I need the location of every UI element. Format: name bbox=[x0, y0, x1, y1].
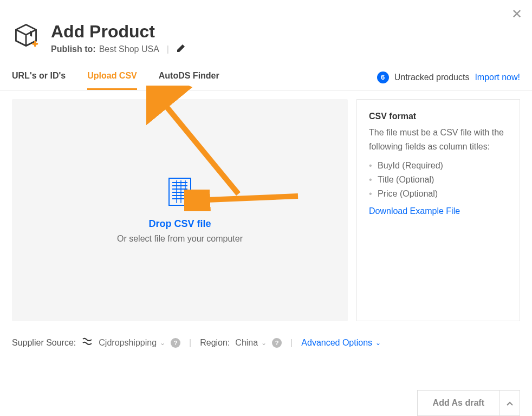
dropzone-title: Drop CSV file bbox=[148, 218, 211, 230]
chevron-up-icon bbox=[507, 399, 513, 407]
csv-format-desc: The file must be a CSV file with the fol… bbox=[369, 126, 508, 153]
region-label: Region: bbox=[200, 338, 230, 348]
chevron-down-icon: ⌄ bbox=[261, 339, 267, 347]
divider: | bbox=[167, 44, 169, 54]
download-example-link[interactable]: Download Example File bbox=[369, 206, 508, 216]
add-as-draft-button[interactable]: Add As draft bbox=[417, 390, 500, 416]
region-help-icon[interactable]: ? bbox=[272, 338, 282, 348]
csv-field-item: BuyId (Required) bbox=[369, 159, 508, 173]
csv-file-icon bbox=[168, 177, 192, 206]
add-as-draft-dropdown-toggle[interactable] bbox=[500, 390, 520, 416]
csv-format-heading: CSV format bbox=[369, 112, 508, 121]
csv-field-item: Title (Optional) bbox=[369, 173, 508, 187]
tab-autods-finder[interactable]: AutoDS Finder bbox=[159, 71, 219, 90]
tab-upload-csv[interactable]: Upload CSV bbox=[87, 71, 137, 90]
supplier-source-icon bbox=[81, 337, 93, 348]
csv-dropzone[interactable]: Drop CSV file Or select file from your c… bbox=[12, 99, 348, 321]
advanced-options-label: Advanced Options bbox=[301, 338, 372, 348]
dropzone-subtitle: Or select file from your computer bbox=[117, 234, 243, 244]
advanced-options-link[interactable]: Advanced Options ⌄ bbox=[301, 338, 381, 348]
csv-format-panel: CSV format The file must be a CSV file w… bbox=[356, 99, 520, 321]
edit-store-icon[interactable] bbox=[177, 44, 185, 55]
modal-header: Add Product Publish to: Best Shop USA | bbox=[0, 0, 532, 55]
region-value: China bbox=[235, 338, 258, 348]
untracked-label: Untracked products bbox=[394, 73, 470, 82]
supplier-source-value: Cjdropshipping bbox=[99, 338, 157, 348]
untracked-count-badge: 6 bbox=[377, 72, 389, 83]
publish-to-label: Publish to: bbox=[51, 44, 96, 54]
chevron-down-icon: ⌄ bbox=[375, 339, 381, 347]
chevron-down-icon: ⌄ bbox=[160, 339, 165, 347]
options-bar: Supplier Source: Cjdropshipping ⌄ ? | Re… bbox=[0, 321, 532, 348]
supplier-source-label: Supplier Source: bbox=[12, 338, 76, 348]
import-now-link[interactable]: Import now! bbox=[475, 73, 520, 82]
tabs-bar: URL's or ID's Upload CSV AutoDS Finder 6… bbox=[0, 71, 532, 90]
tab-urls-or-ids[interactable]: URL's or ID's bbox=[12, 71, 66, 90]
region-dropdown[interactable]: China ⌄ bbox=[235, 338, 267, 348]
product-box-icon bbox=[12, 22, 40, 50]
close-button[interactable]: ✕ bbox=[511, 6, 522, 22]
supplier-source-dropdown[interactable]: Cjdropshipping ⌄ bbox=[99, 338, 165, 348]
publish-to-value: Best Shop USA bbox=[99, 44, 159, 54]
divider: | bbox=[189, 338, 191, 348]
action-buttons: Add As draft bbox=[417, 390, 520, 416]
csv-field-item: Price (Optional) bbox=[369, 187, 508, 201]
page-title: Add Product bbox=[51, 22, 185, 42]
supplier-help-icon[interactable]: ? bbox=[171, 338, 180, 348]
divider: | bbox=[290, 338, 293, 348]
